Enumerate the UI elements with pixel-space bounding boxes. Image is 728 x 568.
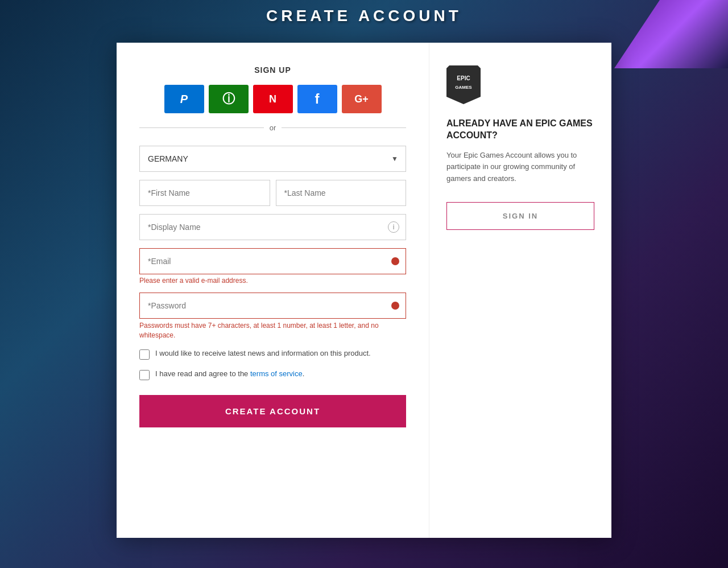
or-divider: or [139,124,406,132]
nintendo-button[interactable]: N [253,85,293,113]
display-name-info-icon[interactable]: i [388,221,399,233]
modal-container: SIGN UP P ⓘ N f G+ or GERMA [117,43,611,538]
google-button[interactable]: G+ [342,85,382,113]
email-error-message: Please enter a valid e-mail address. [139,277,406,285]
facebook-icon: f [315,91,320,107]
password-hint-text: Passwords must have 7+ characters, at le… [139,321,406,340]
newsletter-label: I would like to receive latest news and … [155,348,371,359]
page-bg-title: CREATE ACCOUNT [266,7,462,25]
country-group: GERMANY UNITED STATES UNITED KINGDOM FRA… [139,146,406,172]
social-buttons-group: P ⓘ N f G+ [139,85,406,113]
sign-in-button[interactable]: SIGN IN [446,202,594,230]
or-text: or [270,124,276,132]
tos-label-after: . [303,369,305,378]
account-description: Your Epic Games Account allows you to pa… [446,150,594,185]
email-wrapper [139,248,406,274]
password-group: Passwords must have 7+ characters, at le… [139,293,406,340]
first-name-input[interactable] [139,180,270,206]
email-input[interactable] [139,248,406,274]
email-group: Please enter a valid e-mail address. [139,248,406,285]
xbox-icon: ⓘ [222,90,235,108]
country-select[interactable]: GERMANY UNITED STATES UNITED KINGDOM FRA… [139,146,406,172]
first-name-wrapper [139,180,270,206]
display-name-input[interactable] [139,214,406,240]
svg-text:EPIC: EPIC [457,75,470,81]
tos-label: I have read and agree to the terms of se… [155,369,304,379]
newsletter-checkbox[interactable] [139,349,150,360]
tos-checkbox-group: I have read and agree to the terms of se… [139,369,406,380]
password-wrapper [139,293,406,319]
epic-games-logo: EPIC GAMES [446,65,594,118]
last-name-input[interactable] [276,180,407,206]
xbox-button[interactable]: ⓘ [209,85,249,113]
last-name-wrapper [276,180,407,206]
playstation-icon: P [180,93,188,106]
left-panel: SIGN UP P ⓘ N f G+ or GERMA [117,43,429,538]
tos-checkbox[interactable] [139,370,150,380]
google-icon: G+ [354,93,369,105]
sign-up-label: SIGN UP [139,65,406,75]
facebook-button[interactable]: f [297,85,337,113]
tos-label-before: I have read and agree to the [155,369,250,378]
already-have-account-title: ALREADY HAVE AN EPIC GAMES ACCOUNT? [446,118,594,142]
password-input[interactable] [139,293,406,319]
password-error-icon [391,302,399,310]
svg-text:GAMES: GAMES [455,85,472,90]
newsletter-checkbox-group: I would like to receive latest news and … [139,348,406,360]
nintendo-icon: N [269,93,276,105]
name-row [139,180,406,206]
or-line-right [282,127,406,128]
playstation-button[interactable]: P [164,85,204,113]
email-error-icon [391,257,399,265]
create-account-button[interactable]: CREATE ACCOUNT [139,395,406,427]
or-line-left [139,127,264,128]
display-name-group: i [139,214,406,240]
tos-link[interactable]: terms of service [250,369,303,378]
right-panel: EPIC GAMES ALREADY HAVE AN EPIC GAMES AC… [429,43,611,538]
